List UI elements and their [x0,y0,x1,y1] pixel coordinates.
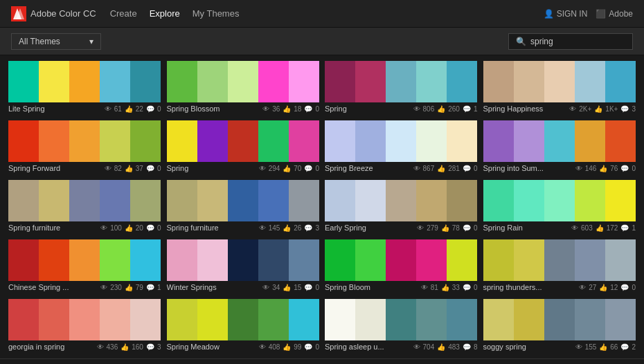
color-strip [8,180,161,221]
theme-card[interactable]: Spring Bloom👁81 👍33 💬0 [325,239,478,293]
like-icon: 👍 [437,165,445,172]
like-icon: 👍 [441,284,449,291]
theme-card[interactable]: Spring into Sum...👁146 👍76 💬0 [483,120,636,174]
color-swatch [130,299,161,340]
eye-icon: 👁 [413,165,420,172]
color-swatch [483,61,514,102]
theme-card[interactable]: Early Spring👁279 👍78 💬0 [325,180,478,234]
eye-icon: 👁 [571,224,578,232]
theme-meta: 👁704 👍483 💬8 [413,343,478,351]
theme-name: Spring [325,104,409,113]
theme-card[interactable]: Spring👁806 👍260 💬1 [325,61,478,115]
theme-card[interactable]: Spring Rain👁603 👍172 💬1 [483,180,636,234]
theme-card[interactable]: Spring Blossom👁36 👍18 💬0 [167,61,320,115]
color-swatch [325,180,355,221]
theme-info: Winter Springs👁34 👍15 💬0 [167,281,320,293]
color-swatch [575,299,605,340]
like-icon: 👍 [283,105,291,113]
all-themes-dropdown[interactable]: All Themes ▾ [11,33,101,50]
color-swatch [605,120,636,162]
theme-meta: 👁145 👍26 💬3 [259,224,319,232]
adobe-logo: ⬛ Adobe [596,9,633,19]
theme-card[interactable]: Spring Meadow👁408 👍99 💬0 [167,299,320,353]
like-icon: 👍 [283,284,291,291]
theme-card[interactable]: soggy spring👁155 👍66 💬2 [483,299,636,353]
color-swatch [575,239,605,281]
color-swatch [386,120,416,162]
color-swatch [228,180,258,221]
theme-card[interactable]: Spring👁294 👍70 💬0 [167,120,320,174]
nav-my-themes[interactable]: My Themes [193,8,240,19]
color-swatch [167,180,197,221]
like-icon: 👍 [599,343,607,351]
logo: Adobe Color CC [11,6,96,21]
color-swatch [8,180,39,221]
eye-icon: 👁 [413,343,420,351]
theme-name: spring thunders... [483,283,575,291]
theme-card[interactable]: spring thunders...👁27 👍12 💬0 [483,239,636,293]
color-swatch [130,120,161,162]
eye-icon: 👁 [421,284,428,291]
color-strip [167,299,320,340]
color-strip [325,180,478,221]
theme-meta: 👁230 👍79 💬1 [100,284,161,291]
color-strip [8,239,161,281]
theme-name: Spring furniture [167,224,255,232]
theme-card[interactable]: Spring asleep u...👁704 👍483 💬8 [325,299,478,353]
eye-icon: 👁 [417,224,424,232]
search-input[interactable] [530,37,627,46]
theme-name: Spring into Sum... [483,164,571,172]
theme-info: soggy spring👁155 👍66 💬2 [483,340,636,353]
theme-card[interactable]: georgia in spring👁436 👍160 💬3 [8,299,161,353]
color-swatch [69,299,100,340]
color-swatch [447,180,477,221]
search-icon: 🔍 [516,37,526,46]
color-swatch [8,61,39,102]
comment-icon: 💬 [146,224,154,232]
theme-meta: 👁27 👍12 💬0 [579,284,636,291]
eye-icon: 👁 [259,343,266,351]
theme-info: Lite Spring👁61 👍22 💬0 [8,102,161,115]
search-box: 🔍 [508,33,633,50]
color-swatch [69,120,100,162]
eye-icon: 👁 [100,284,107,291]
color-swatch [544,180,575,221]
color-swatch [447,61,477,102]
like-icon: 👍 [594,105,602,113]
sign-in-button[interactable]: 👤 SIGN IN [544,9,588,19]
comment-icon: 💬 [463,165,471,172]
like-icon: 👍 [120,343,129,351]
theme-card[interactable]: Chinese Spring ...👁230 👍79 💬1 [8,239,161,293]
color-swatch [289,239,319,281]
comment-icon: 💬 [304,224,312,232]
eye-icon: 👁 [569,105,576,113]
color-strip [483,239,636,281]
color-swatch [8,120,39,162]
theme-info: Spring Rain👁603 👍172 💬1 [483,221,636,234]
color-strip [8,299,161,340]
theme-card[interactable]: Spring Forward👁82 👍37 💬0 [8,120,161,174]
nav-explore[interactable]: Explore [150,8,180,19]
theme-meta: 👁806 👍260 💬1 [413,105,478,113]
theme-card[interactable]: Lite Spring👁61 👍22 💬0 [8,61,161,115]
theme-meta: 👁61 👍22 💬0 [105,105,161,113]
theme-card[interactable]: Spring furniture👁145 👍26 💬3 [167,180,320,234]
nav-create[interactable]: Create [110,8,137,19]
theme-name: Spring Blossom [167,104,259,113]
theme-card[interactable]: Winter Springs👁34 👍15 💬0 [167,239,320,293]
color-strip [167,239,320,281]
theme-card[interactable]: Spring furniture👁100 👍20 💬0 [8,180,161,234]
theme-info: Spring Blossom👁36 👍18 💬0 [167,102,320,115]
theme-meta: 👁867 👍281 💬0 [413,165,478,172]
theme-card[interactable]: Spring Breeze👁867 👍281 💬0 [325,120,478,174]
theme-card[interactable]: Spring Happiness👁2K+ 👍1K+ 💬3 [483,61,636,115]
color-swatch [289,180,319,221]
theme-meta: 👁2K+ 👍1K+ 💬3 [569,105,636,113]
color-swatch [258,299,289,340]
header: Adobe Color CC Create Explore My Themes … [0,0,644,28]
like-icon: 👍 [125,284,133,291]
comment-icon: 💬 [620,224,629,232]
color-strip [325,239,478,281]
theme-name: Chinese Spring ... [8,283,96,291]
like-icon: 👍 [596,224,604,232]
